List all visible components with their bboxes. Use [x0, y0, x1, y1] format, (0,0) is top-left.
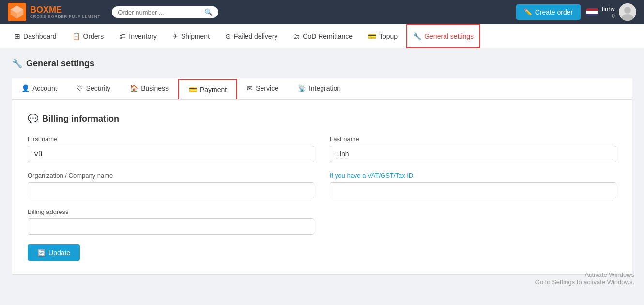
organization-input[interactable] [28, 182, 314, 198]
avatar[interactable] [619, 3, 636, 21]
logo: BOXME CROSS-BORDER FULFILLMENT [8, 3, 100, 21]
sub-tabs: 👤 Account 🛡 Security 🏠 Business 💳 Paymen… [12, 78, 632, 99]
service-icon: ✉ [247, 84, 253, 92]
nav-failed-delivery[interactable]: ⊙ Failed delivery [218, 24, 284, 48]
vat-group: If you have a VAT/GST/Tax ID [330, 172, 616, 198]
shipment-icon: ✈ [172, 32, 178, 40]
page-content: 🔧 General settings 👤 Account 🛡 Security … [0, 48, 644, 285]
search-box[interactable]: 🔍 [112, 6, 218, 18]
logo-icon [8, 3, 26, 21]
tab-integration[interactable]: 📡 Integration [288, 78, 351, 99]
last-name-input[interactable] [330, 146, 616, 162]
topup-icon: 💳 [368, 32, 376, 40]
header: BOXME CROSS-BORDER FULFILLMENT 🔍 ✏️ Crea… [0, 0, 644, 24]
tab-service[interactable]: ✉ Service [237, 78, 288, 99]
first-name-label: First name [28, 136, 314, 143]
billing-address-group: Billing address [28, 208, 314, 235]
svg-point-6 [624, 7, 631, 14]
update-icon: 🔄 [37, 249, 46, 257]
billing-address-label: Billing address [28, 208, 314, 215]
create-order-button[interactable]: ✏️ Create order [516, 4, 581, 20]
organization-group: Organization / Company name [28, 172, 314, 198]
settings-icon: 🔧 [413, 32, 421, 40]
account-icon: 👤 [21, 84, 30, 92]
page-title-icon: 🔧 [12, 58, 22, 69]
update-button[interactable]: 🔄 Update [28, 244, 80, 261]
user-info: linhv 0 [602, 5, 615, 19]
first-name-input[interactable] [28, 146, 314, 162]
billing-address-row: Billing address [28, 208, 616, 235]
vat-label: If you have a VAT/GST/Tax ID [330, 172, 616, 179]
failed-delivery-icon: ⊙ [225, 32, 231, 40]
billing-address-input[interactable] [28, 218, 314, 235]
tab-account[interactable]: 👤 Account [12, 78, 67, 99]
integration-icon: 📡 [298, 84, 306, 92]
nav-dashboard[interactable]: ⊞ Dashboard [8, 24, 63, 48]
name-row: First name Last name [28, 136, 616, 162]
nav-cod-remittance[interactable]: 🗂 CoD Remittance [286, 24, 359, 48]
nav-inventory[interactable]: 🏷 Inventory [112, 24, 164, 48]
dashboard-icon: ⊞ [15, 32, 20, 40]
navbar: ⊞ Dashboard 📋 Orders 🏷 Inventory ✈ Shipm… [0, 24, 644, 48]
flag-icon [586, 8, 598, 16]
cod-icon: 🗂 [293, 32, 300, 40]
activate-windows-notice: Activate Windows Go to Settings to activ… [535, 271, 634, 285]
business-icon: 🏠 [130, 84, 138, 92]
nav-orders[interactable]: 📋 Orders [65, 24, 111, 48]
security-icon: 🛡 [77, 84, 83, 92]
edit-icon: ✏️ [524, 8, 532, 16]
last-name-label: Last name [330, 136, 616, 143]
page-title: 🔧 General settings [12, 58, 632, 69]
nav-shipment[interactable]: ✈ Shipment [166, 24, 216, 48]
user-area: linhv 0 [586, 3, 636, 21]
inventory-icon: 🏷 [119, 32, 126, 40]
search-icon: 🔍 [204, 8, 213, 16]
nav-topup[interactable]: 💳 Topup [361, 24, 404, 48]
first-name-group: First name [28, 136, 314, 162]
tab-payment[interactable]: 💳 Payment [178, 79, 237, 99]
nav-general-settings[interactable]: 🔧 General settings [406, 24, 480, 48]
orders-icon: 📋 [72, 32, 80, 40]
last-name-group: Last name [330, 136, 616, 162]
billing-section-title: 💬 Billing information [28, 113, 616, 124]
organization-label: Organization / Company name [28, 172, 314, 179]
tab-business[interactable]: 🏠 Business [120, 78, 178, 99]
logo-text: BOXME CROSS-BORDER FULFILLMENT [30, 5, 100, 19]
vat-input[interactable] [330, 182, 616, 198]
billing-icon: 💬 [28, 113, 38, 124]
payment-icon: 💳 [189, 86, 197, 93]
search-input[interactable] [118, 9, 200, 16]
billing-form: 💬 Billing information First name Last na… [12, 99, 632, 275]
org-vat-row: Organization / Company name If you have … [28, 172, 616, 198]
tab-security[interactable]: 🛡 Security [67, 78, 121, 99]
